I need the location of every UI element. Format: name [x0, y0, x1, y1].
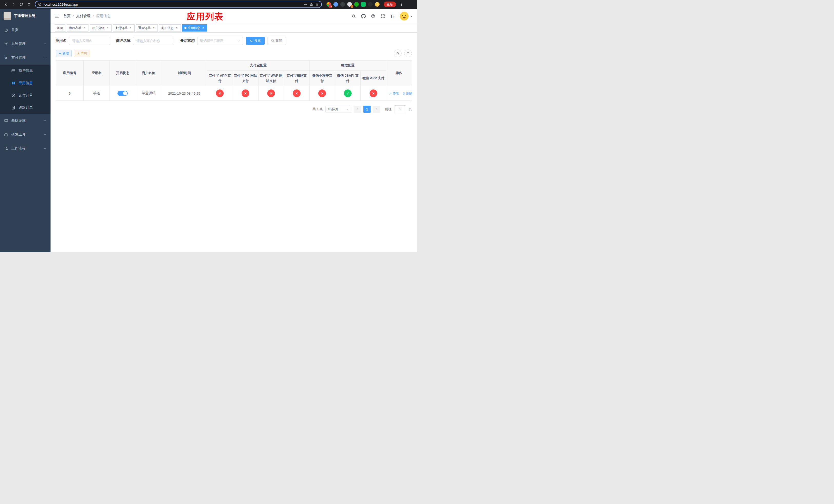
merchant-name-label: 商户名称 — [116, 39, 131, 43]
close-icon[interactable] — [152, 26, 155, 30]
active-dot — [184, 27, 186, 29]
font-size-icon[interactable] — [390, 14, 395, 19]
page-number-button[interactable]: 1 — [364, 106, 371, 113]
refresh-table-button[interactable] — [404, 49, 412, 57]
close-icon[interactable] — [106, 26, 109, 30]
url-text[interactable]: localhost:1024/pay/app — [44, 3, 302, 6]
table-settings — [394, 49, 412, 57]
sidebar-item-infrastructure[interactable]: 基础设施 — [0, 114, 50, 128]
tab-label: 支付订单 — [115, 26, 128, 30]
update-button[interactable]: 更新 — [384, 2, 396, 7]
tab-label: 应用信息 — [188, 26, 200, 30]
status-select[interactable]: 请选择开启状态 — [197, 37, 243, 45]
alipay-qr-status-icon — [293, 90, 301, 97]
sidebar-item-workflow[interactable]: 工作流程 — [0, 141, 50, 155]
page-size-select[interactable]: 10条/页 — [326, 106, 351, 113]
hamburger-icon[interactable] — [54, 14, 59, 19]
prev-page-button[interactable] — [354, 106, 361, 113]
sidebar-item-label: 应用信息 — [19, 81, 33, 85]
sidebar-menu: 首页 系统管理 支付管理 商户信息 — [0, 23, 50, 155]
user-avatar[interactable] — [400, 12, 413, 21]
delete-link[interactable]: 删除 — [402, 91, 412, 96]
extension-icon[interactable] — [361, 2, 366, 7]
pay-order-icon — [11, 93, 15, 97]
extension-icon[interactable] — [354, 2, 359, 7]
breadcrumb-item-payment[interactable]: 支付管理 — [76, 14, 90, 19]
search-icon[interactable] — [351, 14, 356, 19]
reset-button[interactable]: 重置 — [267, 37, 286, 45]
key-icon[interactable] — [304, 3, 307, 6]
navbar-actions — [351, 12, 413, 21]
col-alipay-pc: 支付宝 PC 网站支付 — [233, 70, 258, 86]
extension-icon[interactable]: 1 — [347, 2, 352, 7]
chevron-down-icon — [44, 43, 46, 45]
extension-icon[interactable]: 10 — [327, 2, 331, 7]
col-app-name: 应用名 — [84, 61, 110, 86]
infrastructure-icon — [4, 119, 8, 123]
edit-link[interactable]: 修改 — [389, 91, 399, 96]
goto-page-input[interactable] — [394, 105, 406, 113]
close-icon[interactable] — [175, 26, 178, 30]
extension-icon[interactable] — [333, 2, 338, 7]
star-icon[interactable] — [315, 3, 319, 6]
status-toggle[interactable] — [117, 91, 128, 96]
add-button[interactable]: 新增 — [56, 50, 71, 57]
tab-app-info[interactable]: 应用信息 — [182, 24, 207, 31]
tab-pay-order[interactable]: 支付订单 — [113, 24, 135, 31]
extensions-area: 10 1 — [327, 2, 379, 7]
tab-home[interactable]: 首页 — [54, 24, 65, 31]
share-icon[interactable] — [310, 3, 313, 6]
close-icon[interactable] — [83, 26, 86, 30]
close-icon[interactable] — [129, 26, 132, 30]
tags-view-bar: 首页 流程表单 用户分组 支付订单 退款订单 — [50, 24, 417, 32]
sidebar-item-devtools[interactable]: 研发工具 — [0, 128, 50, 141]
tab-refund-order[interactable]: 退款订单 — [136, 24, 158, 31]
forward-icon[interactable] — [10, 1, 17, 8]
sidebar-item-merchant-info[interactable]: 商户信息 — [0, 65, 50, 77]
sidebar-item-pay-order[interactable]: 支付订单 — [0, 89, 50, 101]
close-icon[interactable] — [201, 26, 205, 30]
extension-icon[interactable] — [340, 2, 345, 7]
reload-icon[interactable] — [18, 1, 25, 8]
tab-merchant-info[interactable]: 商户信息 — [159, 24, 181, 31]
github-icon[interactable] — [361, 14, 366, 19]
cell-created: 2021-10-23 08:49:25 — [161, 86, 207, 101]
address-bar[interactable]: localhost:1024/pay/app — [35, 1, 322, 8]
info-icon[interactable] — [38, 3, 42, 6]
sidebar-item-label: 支付管理 — [11, 55, 26, 60]
sidebar-item-label: 基础设施 — [11, 118, 26, 123]
sidebar-item-app-info[interactable]: 应用信息 — [0, 77, 50, 89]
back-icon[interactable] — [3, 1, 9, 8]
menu-dots-icon[interactable] — [398, 1, 405, 8]
alipay-app-status-icon — [216, 90, 224, 97]
sidebar-item-refund-order[interactable]: 退款订单 — [0, 101, 50, 114]
col-status: 开启状态 — [110, 61, 136, 86]
extension-icon[interactable] — [368, 2, 373, 7]
tab-user-group[interactable]: 用户分组 — [90, 24, 112, 31]
fullscreen-icon[interactable] — [380, 14, 385, 19]
extension-icon[interactable] — [375, 2, 379, 7]
avatar-image — [400, 12, 409, 21]
sidebar-item-payment[interactable]: 支付管理 — [0, 51, 50, 65]
tab-flow-form[interactable]: 流程表单 — [67, 24, 88, 31]
toggle-search-button[interactable] — [394, 49, 402, 57]
home-icon[interactable] — [26, 1, 32, 8]
sidebar-item-system[interactable]: 系统管理 — [0, 37, 50, 51]
wechat-app-status-icon — [370, 90, 377, 97]
tab-label: 商户信息 — [161, 26, 174, 30]
search-button[interactable]: 搜索 — [246, 37, 265, 45]
app-name-input[interactable] — [69, 37, 110, 45]
merchant-name-input[interactable] — [133, 37, 174, 45]
breadcrumb-item-home[interactable]: 首页 — [63, 14, 70, 19]
export-button[interactable]: 导出 — [74, 50, 90, 57]
devtools-icon — [4, 133, 8, 137]
next-page-button[interactable] — [373, 106, 380, 113]
logo-avatar-image — [4, 12, 11, 20]
sidebar-item-home[interactable]: 首页 — [0, 23, 50, 37]
col-wechat-app: 微信 APP 支付 — [360, 70, 386, 86]
app-logo[interactable]: 芋道管理系统 — [0, 9, 50, 23]
help-icon[interactable] — [371, 14, 375, 19]
chevron-down-icon — [44, 133, 46, 136]
payment-icon — [4, 55, 8, 60]
sidebar-item-label: 支付订单 — [19, 93, 33, 98]
